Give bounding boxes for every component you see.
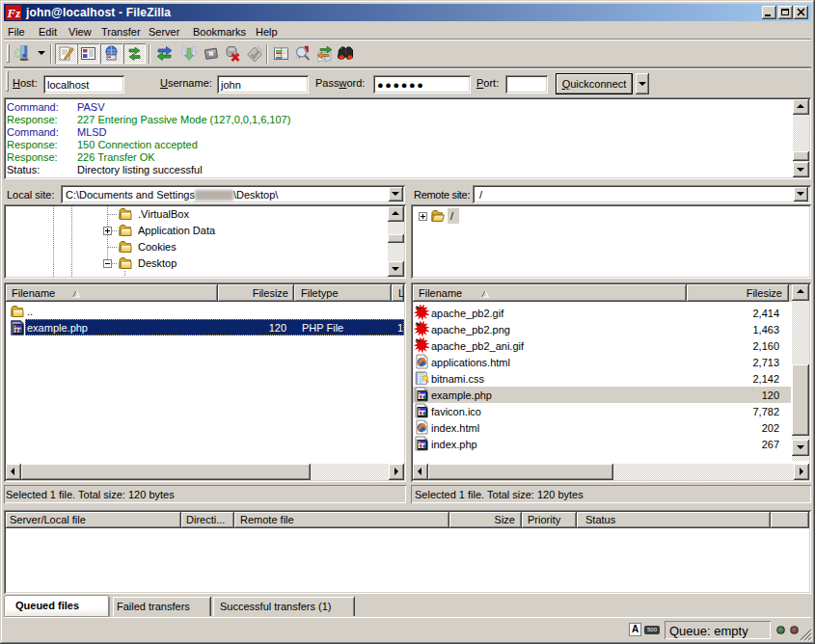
svg-text:Fz: Fz (7, 6, 22, 20)
